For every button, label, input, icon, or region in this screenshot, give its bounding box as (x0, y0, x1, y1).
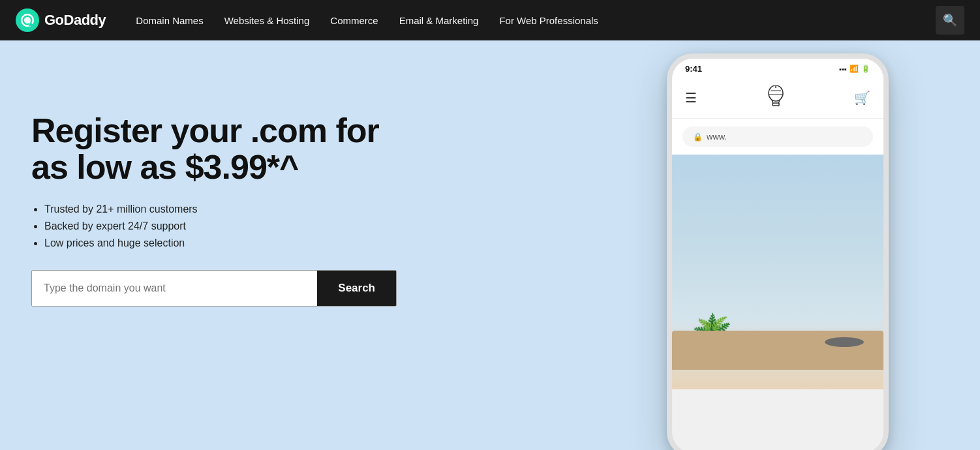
hero-content: Register your .com for as low as $3.99*^… (31, 86, 410, 307)
hero-headline: Register your .com for as low as $3.99*^ (31, 112, 410, 185)
godaddy-logo-link[interactable]: GoDaddy (16, 8, 106, 32)
wifi-icon: 📶 (850, 65, 859, 73)
signal-icon: ▪▪▪ (839, 65, 847, 73)
battery-icon: 🔋 (861, 65, 870, 73)
lock-icon: 🔒 (693, 132, 703, 142)
nav-item-email-marketing[interactable]: Email & Marketing (390, 10, 488, 31)
nav-item-commerce[interactable]: Commerce (321, 10, 387, 31)
phone-status-icons: ▪▪▪ 📶 🔋 (839, 65, 870, 73)
hero-bullets: Trusted by 21+ million customers Backed … (31, 203, 410, 249)
phone-time: 9:41 (685, 64, 702, 74)
phone-url-text: www. (707, 132, 727, 142)
domain-search-input[interactable] (32, 271, 317, 306)
godaddy-logo-icon (16, 8, 39, 32)
nav-search-button[interactable]: 🔍 (936, 6, 964, 35)
phone-image-area: 🪴 (672, 155, 883, 389)
nav-item-websites-hosting[interactable]: Websites & Hosting (215, 10, 319, 31)
table-decoration (672, 331, 883, 370)
cart-icon: 🛒 (854, 90, 870, 106)
hero-bullet-1: Trusted by 21+ million customers (44, 203, 410, 215)
nav-item-domain-names[interactable]: Domain Names (127, 10, 212, 31)
phone-url-bar: 🔒 www. (672, 119, 883, 155)
search-icon: 🔍 (943, 13, 957, 27)
logo-text: GoDaddy (44, 12, 106, 29)
bowl-decoration (825, 337, 864, 347)
phone-status-bar: 9:41 ▪▪▪ 📶 🔋 (672, 59, 883, 79)
hero-bullet-3: Low prices and huge selection (44, 237, 410, 249)
hero-section: Register your .com for as low as $3.99*^… (0, 40, 980, 450)
domain-search-button[interactable]: Search (317, 271, 396, 306)
hamburger-icon: ☰ (685, 90, 697, 106)
nav-item-web-professionals[interactable]: For Web Professionals (490, 10, 607, 31)
phone-app-header: ☰ 🛒 (672, 79, 883, 119)
nav-links: Domain Names Websites & Hosting Commerce… (127, 10, 936, 31)
phone-mockup: 9:41 ▪▪▪ 📶 🔋 ☰ (667, 53, 902, 450)
svg-rect-4 (773, 103, 779, 106)
hot-air-balloon-icon (767, 85, 785, 110)
domain-search-bar: Search (31, 270, 397, 307)
hero-bullet-2: Backed by expert 24/7 support (44, 220, 410, 232)
phone-url-input-display: 🔒 www. (682, 127, 873, 147)
phone-body: 9:41 ▪▪▪ 📶 🔋 ☰ (667, 53, 889, 450)
navbar: GoDaddy Domain Names Websites & Hosting … (0, 0, 980, 40)
